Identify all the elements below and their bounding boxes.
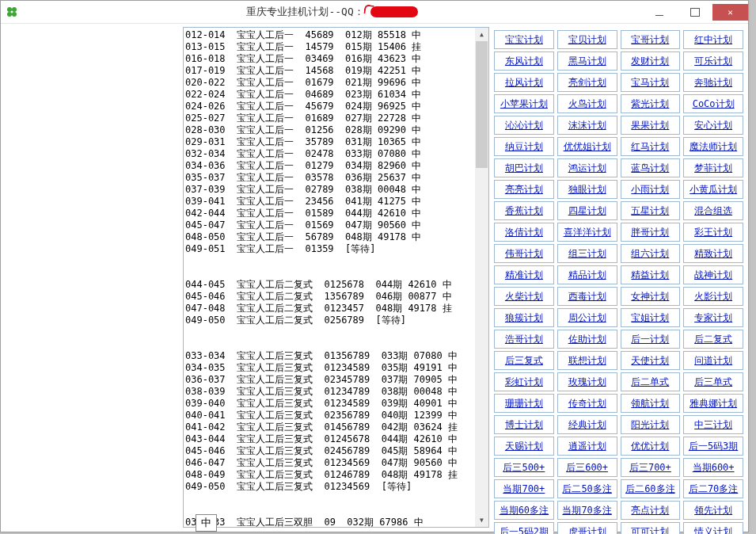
plan-cell[interactable]: 博士计划 <box>494 415 554 434</box>
plan-cell[interactable]: 精致计划 <box>683 244 743 263</box>
plan-link[interactable]: 独眼计划 <box>568 183 606 196</box>
plan-link[interactable]: 后一5码3期 <box>689 440 738 453</box>
plan-link[interactable]: 精益计划 <box>631 269 669 282</box>
plan-cell[interactable]: 蓝鸟计划 <box>621 158 681 177</box>
plan-link[interactable]: 情义计划 <box>694 525 732 535</box>
plan-cell[interactable]: 四星计划 <box>557 201 617 220</box>
plan-cell[interactable]: 领航计划 <box>621 394 681 413</box>
plan-cell[interactable]: 火柴计划 <box>494 287 554 306</box>
plan-link[interactable]: 后三700+ <box>629 461 671 475</box>
plan-cell[interactable]: 联想计划 <box>557 351 617 370</box>
plan-link[interactable]: 香蕉计划 <box>505 204 543 218</box>
plan-cell[interactable]: 精益计划 <box>621 265 681 284</box>
plan-link[interactable]: 优优姐计划 <box>564 140 611 154</box>
plan-cell[interactable]: 优优计划 <box>621 437 681 456</box>
plan-cell[interactable]: 发财计划 <box>621 51 681 71</box>
plan-cell[interactable]: 后二50多注 <box>557 479 617 498</box>
plan-link[interactable]: 浩哥计划 <box>505 333 543 346</box>
plan-cell[interactable]: 小雨计划 <box>621 180 681 199</box>
plan-link[interactable]: 红中计划 <box>694 33 732 47</box>
plan-link[interactable]: 小雨计划 <box>631 183 669 196</box>
plan-link[interactable]: 黑马计划 <box>568 55 606 68</box>
plan-cell[interactable]: 狼簇计划 <box>494 308 554 327</box>
plan-cell[interactable]: 后三700+ <box>621 458 681 477</box>
plan-link[interactable]: 火柴计划 <box>505 290 543 303</box>
plan-link[interactable]: 精准计划 <box>505 269 543 282</box>
plan-link[interactable]: 西毒计划 <box>568 290 606 303</box>
plan-link[interactable]: 后三500+ <box>503 461 545 475</box>
plan-cell[interactable]: 沁沁计划 <box>494 116 554 135</box>
plan-cell[interactable]: 精准计划 <box>494 265 554 284</box>
plan-link[interactable]: 玫瑰计划 <box>568 376 606 389</box>
plan-link[interactable]: 彩王计划 <box>694 226 732 239</box>
plan-cell[interactable]: 果果计划 <box>621 116 681 135</box>
plan-link[interactable]: 紫光计划 <box>631 97 669 111</box>
plan-cell[interactable]: 后一计划 <box>621 330 681 349</box>
plan-cell[interactable]: 精品计划 <box>557 265 617 284</box>
plan-link[interactable]: 发财计划 <box>631 55 669 68</box>
plan-cell[interactable]: 安心计划 <box>683 116 743 135</box>
plan-cell[interactable]: 当期60多注 <box>494 501 554 520</box>
plan-cell[interactable]: 纳豆计划 <box>494 137 554 156</box>
plan-link[interactable]: 博士计划 <box>505 418 543 432</box>
plan-link[interactable]: 蓝鸟计划 <box>631 162 669 175</box>
plan-link[interactable]: 伟哥计划 <box>505 247 543 261</box>
plan-cell[interactable]: 天赐计划 <box>494 437 554 456</box>
plan-cell[interactable]: 西毒计划 <box>557 287 617 306</box>
plan-cell[interactable]: 后二60多注 <box>621 479 681 498</box>
plan-link[interactable]: 后二70多注 <box>689 483 738 496</box>
plan-cell[interactable]: 当期700+ <box>494 479 554 498</box>
plan-cell[interactable]: CoCo计划 <box>683 94 743 113</box>
plan-cell[interactable]: 宝哥计划 <box>621 30 681 49</box>
plan-link[interactable]: 后三单式 <box>694 376 732 389</box>
plan-cell[interactable]: 组三计划 <box>557 244 617 263</box>
plan-cell[interactable]: 黑马计划 <box>557 51 617 71</box>
plan-link[interactable]: 经典计划 <box>568 418 606 432</box>
plan-cell[interactable]: 逍遥计划 <box>557 437 617 456</box>
plan-link[interactable]: 梦菲计划 <box>694 162 732 175</box>
plan-link[interactable]: 宝姐计划 <box>631 311 669 325</box>
plan-cell[interactable]: 亮亮计划 <box>494 180 554 199</box>
plan-link[interactable]: 传奇计划 <box>568 397 606 410</box>
plan-link[interactable]: 战神计划 <box>694 269 732 282</box>
plan-link[interactable]: 宝贝计划 <box>568 33 606 47</box>
plan-cell[interactable]: 红中计划 <box>683 30 743 49</box>
plan-link[interactable]: 后二50多注 <box>562 483 611 496</box>
plan-link[interactable]: 珊珊计划 <box>505 397 543 410</box>
plan-link[interactable]: 小苹果计划 <box>500 97 548 111</box>
plan-cell[interactable]: 经典计划 <box>557 415 617 434</box>
plan-cell[interactable]: 佐助计划 <box>557 330 617 349</box>
plan-link[interactable]: 逍遥计划 <box>568 440 606 453</box>
plan-cell[interactable]: 阳光计划 <box>621 415 681 434</box>
plan-link[interactable]: 安心计划 <box>694 119 732 132</box>
plan-cell[interactable]: 胡巴计划 <box>494 158 554 177</box>
plan-link[interactable]: 胡巴计划 <box>505 162 543 175</box>
plan-cell[interactable]: 传奇计划 <box>557 394 617 413</box>
maximize-button[interactable] <box>677 4 712 21</box>
plan-cell[interactable]: 后三500+ <box>494 458 554 477</box>
plan-cell[interactable]: 后二70多注 <box>683 479 743 498</box>
plan-link[interactable]: 果果计划 <box>631 119 669 132</box>
plan-link[interactable]: 当期70多注 <box>562 504 611 517</box>
plan-link[interactable]: 可乐计划 <box>694 55 732 68</box>
plan-link[interactable]: 周公计划 <box>568 311 606 325</box>
plan-link[interactable]: 组三计划 <box>568 247 606 261</box>
plan-link[interactable]: 彩虹计划 <box>505 376 543 389</box>
plan-link[interactable]: 专家计划 <box>694 311 732 325</box>
plan-link[interactable]: 宝宝计划 <box>505 33 543 47</box>
plan-cell[interactable]: 战神计划 <box>683 265 743 284</box>
plan-link[interactable]: 后三600+ <box>566 461 608 475</box>
plan-link[interactable]: 小黄瓜计划 <box>690 183 737 196</box>
plan-link[interactable]: CoCo计划 <box>693 97 735 111</box>
plan-link[interactable]: 纳豆计划 <box>505 140 543 154</box>
plan-link[interactable]: 联想计划 <box>568 354 606 368</box>
plan-cell[interactable]: 后一5码2期 <box>494 522 554 534</box>
plan-cell[interactable]: 彩虹计划 <box>494 372 554 391</box>
plan-link[interactable]: 亮剑计划 <box>568 76 606 90</box>
plan-cell[interactable]: 女神计划 <box>621 287 681 306</box>
plan-cell[interactable]: 红马计划 <box>621 137 681 156</box>
plan-link[interactable]: 佐助计划 <box>568 333 606 346</box>
plan-cell[interactable]: 当期70多注 <box>557 501 617 520</box>
plan-link[interactable]: 宝马计划 <box>631 76 669 90</box>
plan-cell[interactable]: 浩哥计划 <box>494 330 554 349</box>
